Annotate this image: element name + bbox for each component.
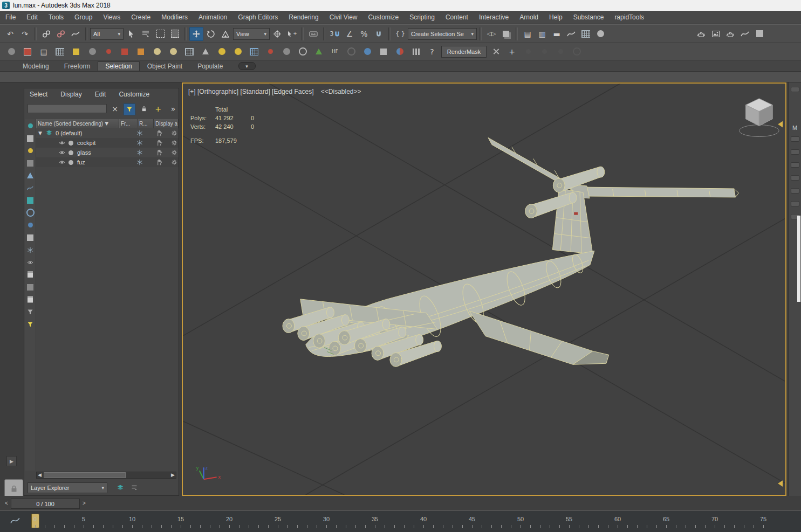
foliage-button[interactable] [312,45,326,59]
add-filter-button[interactable]: + [153,103,163,114]
hand-icon[interactable] [156,130,162,136]
select-and-rotate-button[interactable] [204,27,218,41]
viewport-edge-markers[interactable] [778,121,783,487]
select-object-button[interactable] [124,27,138,41]
display-hidden-button[interactable] [25,258,36,267]
column-render[interactable]: R... [138,119,154,128]
rollout-grip[interactable] [791,175,799,181]
panel-grip[interactable] [791,87,799,92]
lattice-button[interactable] [182,45,196,59]
pick-filter-button[interactable] [25,307,36,316]
select-and-manipulate-button[interactable]: + [285,27,299,41]
display-frozen-button[interactable] [25,245,36,254]
explorer-menu-display[interactable]: Display [60,91,81,98]
cut-button[interactable] [489,45,503,59]
cart-button[interactable] [69,45,83,59]
sphere-button[interactable] [166,45,180,59]
overflow-button[interactable]: » [168,103,179,114]
dome-button[interactable] [150,45,164,59]
frozen-icon[interactable] [136,159,143,165]
frozen-icon[interactable] [136,140,143,146]
bind-to-space-warp-button[interactable] [69,27,83,41]
frozen-icon[interactable] [136,149,143,156]
render-setup-button[interactable] [694,27,708,41]
menu-edit[interactable]: Edit [21,13,43,21]
panel-scrollbar[interactable] [797,216,800,302]
column-display[interactable]: Display a [154,119,179,128]
explorer-options-button[interactable] [129,482,140,493]
tab-populate[interactable]: Populate [190,61,230,71]
explorer-hscrollbar[interactable]: ◀ ▶ [36,472,176,479]
disabled-tool-2[interactable] [537,45,551,59]
rollout-grip[interactable] [791,201,799,206]
globe-button[interactable] [296,45,310,59]
stats-chart-button[interactable] [409,45,423,59]
frame-counter-field[interactable]: 0 / 100 [11,499,80,509]
named-selection-dropdown[interactable]: Create Selection Se ▾ [408,28,477,40]
render-iterative-button[interactable] [738,27,752,41]
rect-selection-region-button[interactable] [153,27,167,41]
display-list-button[interactable] [25,270,36,279]
display-influences-button[interactable] [25,121,36,130]
eye-icon[interactable] [59,159,65,165]
duo-ball-button[interactable] [393,45,407,59]
tab-modeling[interactable]: Modeling [15,61,57,71]
scrollbar-thumb[interactable] [44,472,126,478]
edit-named-selections-button[interactable]: { } [393,27,407,41]
material-editor-button[interactable] [593,27,607,41]
disabled-tool-4[interactable] [570,45,584,59]
toggle-scene-explorer-button[interactable]: ▤ [521,27,535,41]
gear-icon[interactable] [171,159,177,165]
menu-rendering[interactable]: Rendering [283,13,324,21]
select-and-link-button[interactable] [39,27,53,41]
sun-button[interactable] [215,45,229,59]
column-name[interactable]: Name (Sorted Descending) ▼ [36,119,119,128]
lock-cell-editing-button[interactable] [25,295,36,304]
gear-icon[interactable] [171,149,177,156]
hf-button[interactable]: HF [328,45,342,59]
display-geometry-button[interactable] [25,134,36,143]
new-layer-button[interactable] [115,482,126,493]
menu-customize[interactable]: Customize [363,13,405,21]
rollout-grip[interactable] [791,136,799,142]
capture-window-button[interactable] [20,45,35,59]
scroll-right-icon[interactable]: ▶ [171,473,175,478]
viewport[interactable]: x y z [+] [Orthographic] [Standard] [Edg… [182,82,786,496]
spreadsheet-button[interactable] [53,45,67,59]
advanced-filter-button[interactable] [25,320,36,329]
disabled-tool-1[interactable] [521,45,535,59]
selectable-dot-icon[interactable] [69,160,73,165]
marble-button[interactable] [263,45,277,59]
layer-list-button[interactable]: ▤ [37,45,51,59]
hand-icon[interactable] [156,140,162,146]
menu-views[interactable]: Views [98,13,126,21]
percent-snap-toggle[interactable]: % [357,27,371,41]
selection-filter-dropdown[interactable]: All ▾ [90,28,124,40]
ribbon-minimize-button[interactable]: ▾ [238,62,256,70]
snapshot-button[interactable] [4,45,18,59]
anchor-button[interactable] [279,45,293,59]
reference-coordinate-dropdown[interactable]: View ▾ [233,28,270,40]
object-row[interactable]: cockpit [36,138,179,148]
plane-button[interactable] [134,45,148,59]
rollout-grip[interactable] [791,188,799,194]
dolly-button[interactable] [85,45,99,59]
display-materials-button[interactable] [25,220,36,230]
filter-button[interactable] [124,103,135,115]
menu-content[interactable]: Content [440,13,474,21]
selectable-dot-icon[interactable] [69,141,73,146]
viewcube[interactable] [740,99,779,137]
blue-ball-button[interactable] [360,45,374,59]
rendermask-button[interactable]: RenderMask [441,46,487,58]
undo-button[interactable]: ↶ [3,27,17,41]
spinner-snap-toggle[interactable] [372,27,386,41]
eye-icon[interactable] [59,149,65,156]
menu-civil-view[interactable]: Civil View [324,13,363,21]
menu-create[interactable]: Create [126,13,156,21]
selectable-dot-icon[interactable] [69,150,73,155]
light-button[interactable] [101,45,115,59]
menu-help[interactable]: Help [544,13,568,21]
menu-tools[interactable]: Tools [43,13,69,21]
explorer-menu-customize[interactable]: Customize [119,91,149,98]
explorer-menu-select[interactable]: Select [30,91,47,98]
